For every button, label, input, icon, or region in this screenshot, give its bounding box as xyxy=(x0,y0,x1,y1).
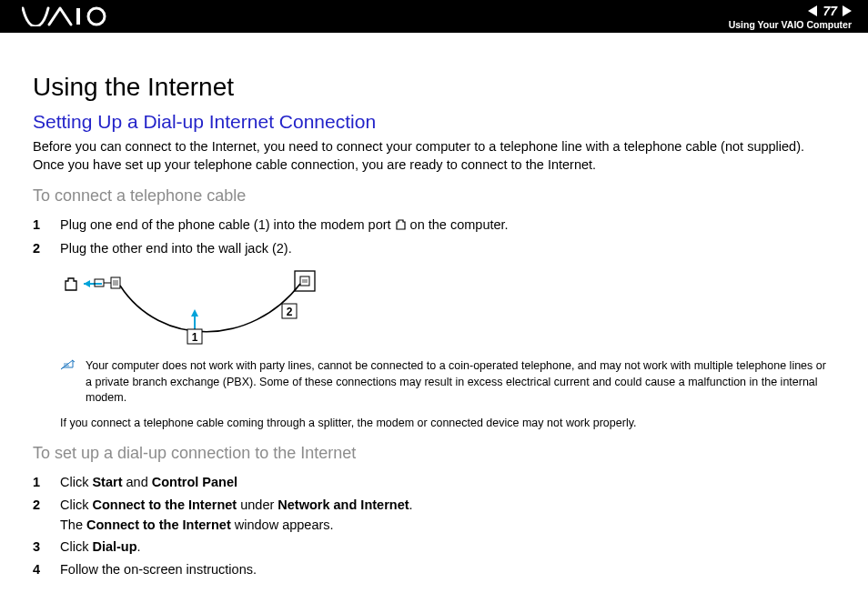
step-text: Click Connect to the Internet under Netw… xyxy=(60,495,835,536)
note-text-2: If you connect a telephone cable coming … xyxy=(60,416,835,432)
note-icon xyxy=(60,358,76,407)
vaio-logo xyxy=(22,6,122,26)
procedure-a-title: To connect a telephone cable xyxy=(33,186,835,206)
step-row: 2 Click Connect to the Internet under Ne… xyxy=(33,495,835,536)
page-title: Using the Internet xyxy=(33,73,835,102)
step-text: Plug the other end into the wall jack (2… xyxy=(60,238,835,258)
page-content: Using the Internet Setting Up a Dial-up … xyxy=(0,33,868,608)
svg-marker-8 xyxy=(191,309,198,317)
step-row: 4 Follow the on-screen instructions. xyxy=(33,559,835,579)
header-bar: 77 Using Your VAIO Computer xyxy=(0,0,868,33)
note-block: Your computer does not work with party l… xyxy=(60,358,835,407)
step-number: 2 xyxy=(33,238,45,258)
step-row: 2 Plug the other end into the wall jack … xyxy=(33,238,835,258)
step-row: 1 Click Start and Control Panel xyxy=(33,472,835,492)
step-number: 4 xyxy=(33,559,45,579)
procedure-b-title: To set up a dial-up connection to the In… xyxy=(33,444,835,463)
section-label: Using Your VAIO Computer xyxy=(729,19,852,30)
intro-paragraph: Before you can connect to the Internet, … xyxy=(33,138,835,174)
svg-marker-2 xyxy=(84,280,90,287)
step-row: 1 Plug one end of the phone cable (1) in… xyxy=(33,215,835,236)
note-text: Your computer does not work with party l… xyxy=(86,358,835,407)
step-text: Click Dial-up. xyxy=(60,537,835,557)
step-number: 1 xyxy=(33,472,45,492)
header-nav: 77 Using Your VAIO Computer xyxy=(729,4,852,30)
svg-rect-6 xyxy=(300,276,309,286)
procedure-a-steps: 1 Plug one end of the phone cable (1) in… xyxy=(33,215,835,258)
subsection-title: Setting Up a Dial-up Internet Connection xyxy=(33,111,835,133)
step-text: Follow the on-screen instructions. xyxy=(60,559,835,579)
step-text: Click Start and Control Panel xyxy=(60,472,835,492)
step-number: 2 xyxy=(33,495,45,536)
prev-page-icon[interactable] xyxy=(808,5,817,16)
svg-rect-5 xyxy=(295,271,315,291)
svg-point-1 xyxy=(88,8,105,25)
page-number: 77 xyxy=(823,4,837,18)
step-row: 3 Click Dial-up. xyxy=(33,537,835,557)
procedure-b-steps: 1 Click Start and Control Panel 2 Click … xyxy=(33,472,835,579)
diagram-label-2: 2 xyxy=(287,306,293,318)
step-text: Plug one end of the phone cable (1) into… xyxy=(60,215,835,236)
svg-rect-0 xyxy=(76,8,80,25)
next-page-icon[interactable] xyxy=(843,5,852,16)
step-number: 3 xyxy=(33,537,45,557)
step-number: 1 xyxy=(33,215,45,236)
diagram-label-1: 1 xyxy=(192,331,198,344)
modem-port-icon xyxy=(395,216,407,236)
cable-diagram: 1 2 xyxy=(60,266,835,351)
